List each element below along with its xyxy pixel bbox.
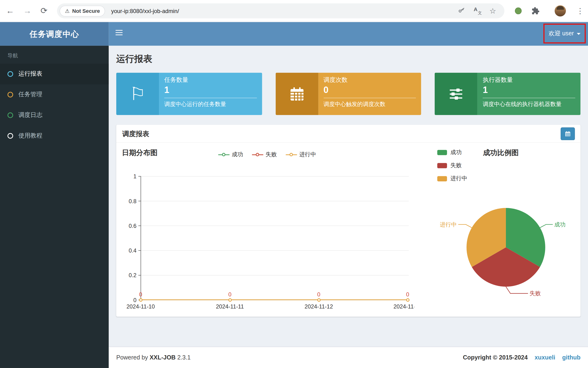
stat-card-title: 调度次数 bbox=[323, 76, 416, 84]
sidebar-item-label: 运行报表 bbox=[18, 70, 42, 78]
sidebar-toggle-icon[interactable] bbox=[115, 30, 124, 37]
link-xuxueli[interactable]: xuxueli bbox=[535, 354, 555, 360]
y-tick-label: 1 bbox=[118, 173, 136, 179]
divider bbox=[164, 98, 257, 98]
legend-item-running[interactable]: 进行中 bbox=[286, 151, 316, 158]
stat-card-title: 任务数量 bbox=[164, 76, 257, 84]
report-panel: 调度报表 bbox=[116, 125, 581, 317]
user-menu-label: 欢迎 user bbox=[549, 30, 574, 37]
page-title: 运行报表 bbox=[116, 54, 581, 64]
sidebar-item-job-manage[interactable]: 任务管理 bbox=[0, 84, 109, 105]
sidebar-item-run-report[interactable]: 运行报表 bbox=[0, 64, 109, 84]
product-version: 2.3.1 bbox=[177, 354, 190, 360]
calendar-icon bbox=[275, 73, 318, 115]
data-point[interactable] bbox=[228, 298, 232, 302]
callout-line-running bbox=[458, 225, 472, 228]
sliders-icon bbox=[435, 73, 477, 115]
x-tick-label: 2024-11-13 bbox=[393, 303, 414, 310]
data-point[interactable] bbox=[139, 298, 142, 302]
flag-icon: ⚐ bbox=[116, 73, 159, 115]
browser-toolbar: ← → ⟳ ⚠ Not Secure your-ip:8080/xxl-job-… bbox=[0, 0, 588, 22]
password-key-icon[interactable] bbox=[458, 6, 465, 15]
circle-icon bbox=[8, 133, 13, 139]
avatar-hat bbox=[556, 6, 564, 10]
y-tick-label: 0.4 bbox=[118, 247, 136, 254]
sidebar: 导航 运行报表 任务管理 调度日志 使用教程 bbox=[0, 46, 109, 368]
gridline bbox=[141, 250, 409, 251]
extensions-puzzle-icon[interactable] bbox=[531, 7, 540, 16]
sidebar-item-job-log[interactable]: 调度日志 bbox=[0, 105, 109, 126]
gridline bbox=[141, 275, 409, 276]
x-tick-label: 2024-11-11 bbox=[216, 303, 244, 310]
browser-avatar[interactable] bbox=[555, 5, 566, 16]
point-label: 0 bbox=[317, 291, 320, 298]
back-icon[interactable]: ← bbox=[6, 7, 14, 15]
sidebar-item-help[interactable]: 使用教程 bbox=[0, 125, 109, 146]
sidebar-section-label: 导航 bbox=[0, 46, 109, 64]
circle-icon bbox=[8, 112, 13, 118]
date-distribution-chart: 日期分布图 成功 失败 进行中 bbox=[116, 143, 414, 316]
sidebar-item-label: 使用教程 bbox=[18, 132, 42, 140]
divider bbox=[483, 98, 575, 98]
line-chart-legend: 成功 失败 进行中 bbox=[218, 151, 316, 158]
stat-card-executors: 执行器数量 1 调度中心在线的执行器机器数量 bbox=[435, 73, 580, 115]
circle-icon bbox=[8, 92, 13, 97]
url-bar[interactable]: ⚠ Not Secure your-ip:8080/xxl-job-admin/… bbox=[57, 3, 504, 18]
stat-card-triggers: 调度次数 0 调度中心触发的调度次数 bbox=[275, 73, 421, 115]
gridline bbox=[141, 176, 409, 177]
date-range-button[interactable] bbox=[561, 127, 575, 140]
top-navbar: 欢迎 user bbox=[109, 22, 588, 46]
stat-card-jobs: ⚐ 任务数量 1 调度中心运行的任务数量 bbox=[116, 73, 262, 115]
user-menu[interactable]: 欢迎 user bbox=[543, 24, 586, 44]
point-label: 0 bbox=[406, 291, 409, 298]
point-label: 0 bbox=[228, 291, 231, 298]
security-badge-label: Not Secure bbox=[72, 8, 100, 14]
series-line-running bbox=[141, 299, 408, 300]
copyright: Copyright © 2015-2024 xuxueli github bbox=[463, 354, 581, 361]
stat-card-desc: 调度中心触发的调度次数 bbox=[323, 101, 416, 108]
data-point[interactable] bbox=[406, 298, 409, 302]
callout-label-success: 成功 bbox=[554, 221, 565, 228]
chevron-down-icon bbox=[577, 33, 581, 35]
y-tick-label: 0.6 bbox=[118, 223, 136, 229]
line-chart-title: 日期分布图 bbox=[122, 148, 158, 158]
legend-item-success[interactable]: 成功 bbox=[218, 151, 243, 158]
url-text[interactable]: your-ip:8080/xxl-job-admin/ bbox=[111, 8, 179, 14]
main-content: 运行报表 ⚐ 任务数量 1 调度中心运行的任务数量 bbox=[109, 46, 588, 347]
bookmark-star-icon[interactable]: ☆ bbox=[490, 6, 496, 15]
callout-label-running: 进行中 bbox=[440, 221, 457, 228]
stat-card-title: 执行器数量 bbox=[483, 76, 575, 84]
y-tick-label: 0.8 bbox=[118, 198, 136, 204]
brand-logo[interactable]: 任务调度中心 bbox=[0, 22, 109, 46]
stat-card-value: 0 bbox=[323, 85, 416, 96]
calendar-icon bbox=[565, 130, 571, 137]
x-tick-label: 2024-11-10 bbox=[126, 303, 155, 310]
reload-icon[interactable]: ⟳ bbox=[41, 7, 47, 15]
callout-line-success bbox=[540, 225, 553, 228]
stat-card-desc: 调度中心在线的执行器机器数量 bbox=[483, 101, 575, 108]
forward-icon[interactable]: → bbox=[23, 7, 32, 15]
footer: Powered by XXL-JOB 2.3.1 Copyright © 201… bbox=[109, 347, 588, 368]
copyright-text: Copyright © 2015-2024 bbox=[463, 354, 528, 360]
app-header: 任务调度中心 欢迎 user bbox=[0, 22, 588, 46]
y-tick-label: 0.2 bbox=[118, 272, 136, 278]
link-github[interactable]: github bbox=[562, 354, 580, 360]
screen: ← → ⟳ ⚠ Not Secure your-ip:8080/xxl-job-… bbox=[0, 0, 588, 368]
data-point[interactable] bbox=[317, 298, 321, 302]
y-axis bbox=[141, 176, 141, 300]
y-tick-label: 0 bbox=[118, 297, 136, 303]
browser-menu-icon[interactable]: ⋮ bbox=[576, 6, 584, 15]
stat-card-value: 1 bbox=[164, 85, 257, 96]
legend-item-fail[interactable]: 失败 bbox=[252, 151, 277, 158]
warning-icon: ⚠ bbox=[65, 8, 69, 14]
stat-cards-row: ⚐ 任务数量 1 调度中心运行的任务数量 bbox=[116, 73, 581, 115]
circle-icon bbox=[8, 71, 13, 77]
translate-icon[interactable]: A 文 bbox=[474, 7, 481, 15]
powered-by: Powered by XXL-JOB 2.3.1 bbox=[116, 354, 190, 361]
gridline bbox=[141, 225, 409, 226]
product-name: XXL-JOB bbox=[150, 354, 176, 360]
extension-dot-icon[interactable] bbox=[515, 8, 522, 14]
x-tick-label: 2024-11-12 bbox=[305, 303, 333, 310]
callout-label-fail: 失败 bbox=[530, 290, 541, 296]
security-badge[interactable]: ⚠ Not Secure bbox=[60, 5, 105, 16]
